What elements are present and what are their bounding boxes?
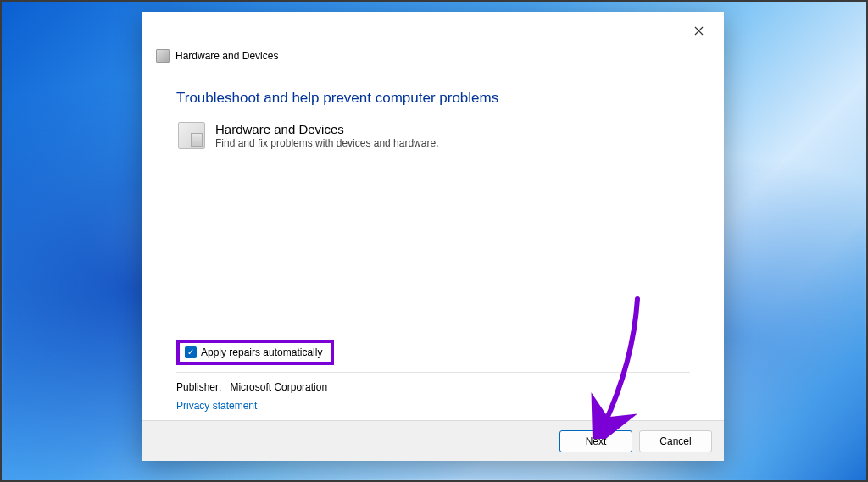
checkmark-icon: ✓ <box>187 348 194 357</box>
publisher-value: Microsoft Corporation <box>230 381 327 393</box>
dialog-footer: Next Cancel <box>142 420 724 461</box>
hardware-icon <box>156 49 170 63</box>
dialog-titlebar <box>142 12 724 51</box>
divider <box>176 372 690 373</box>
apply-repairs-highlight: ✓ Apply repairs automatically <box>176 340 334 365</box>
close-button[interactable] <box>680 19 717 44</box>
header-title: Hardware and Devices <box>175 50 278 62</box>
instruction-text: Troubleshoot and help prevent computer p… <box>176 90 690 107</box>
close-icon <box>694 23 704 40</box>
apply-repairs-label[interactable]: Apply repairs automatically <box>201 346 322 358</box>
troubleshooter-entry: Hardware and Devices Find and fix proble… <box>178 122 690 149</box>
publisher-label: Publisher: <box>176 381 221 393</box>
dialog-header: Hardware and Devices <box>142 49 724 69</box>
troubleshooter-subtitle: Find and fix problems with devices and h… <box>215 137 438 149</box>
publisher-row: Publisher: Microsoft Corporation <box>176 381 690 393</box>
privacy-statement-link[interactable]: Privacy statement <box>176 400 257 412</box>
cancel-button[interactable]: Cancel <box>639 430 712 452</box>
apply-repairs-checkbox[interactable]: ✓ <box>185 346 197 358</box>
troubleshooter-dialog: Hardware and Devices Troubleshoot and he… <box>142 12 724 461</box>
troubleshooter-icon <box>178 122 205 149</box>
next-button[interactable]: Next <box>559 430 632 452</box>
dialog-body: Troubleshoot and help prevent computer p… <box>142 69 724 420</box>
troubleshooter-title: Hardware and Devices <box>215 122 438 136</box>
body-spacer <box>176 149 690 340</box>
troubleshooter-text: Hardware and Devices Find and fix proble… <box>215 122 438 149</box>
